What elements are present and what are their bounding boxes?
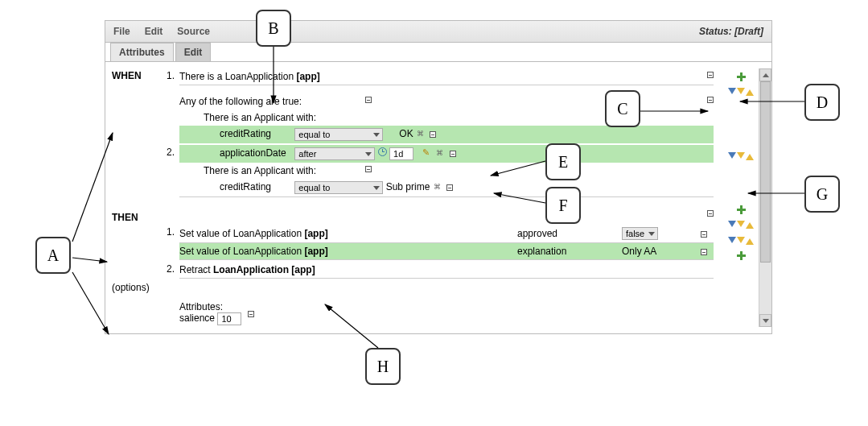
delete-icon[interactable] [450,151,456,157]
salience-row[interactable]: salience 10 [179,312,714,325]
add-action-icon[interactable] [736,205,747,215]
callout-D: D [804,84,840,121]
text: Retract [179,264,213,275]
then-action-set-approved[interactable]: Set value of LoanApplication [app] appro… [179,225,714,243]
status-label: Status: [Draft] [699,26,763,37]
svg-line-1 [72,258,107,262]
operator-select[interactable]: equal to [294,128,383,141]
binding-var: [app] [296,71,319,82]
then-num-2: 2. [160,262,179,275]
tab-edit[interactable]: Edit [175,43,212,62]
delete-icon[interactable] [248,311,254,317]
duration-input[interactable]: 1d [389,147,413,160]
scroll-track[interactable] [759,81,771,314]
move-controls [728,150,754,163]
pencil-icon[interactable] [422,149,432,159]
move-down-alt-icon[interactable] [737,152,745,163]
when-num-2: 2. [160,145,179,158]
when-label: WHEN [112,68,160,81]
scrollbar[interactable] [759,68,771,327]
add-condition-icon[interactable] [736,72,747,82]
delete-icon[interactable] [446,184,453,191]
callout-E: E [545,143,581,180]
field-label: salience [179,312,215,324]
move-down-alt-icon[interactable] [737,88,745,98]
delete-icon[interactable] [707,72,714,78]
move-down-icon[interactable] [728,88,736,98]
delete-icon[interactable] [701,231,707,238]
value-text: Sub prime [386,181,430,192]
move-down-icon[interactable] [728,152,736,163]
delete-icon[interactable] [707,210,714,217]
menu-edit[interactable]: Edit [145,26,163,37]
rule-editor: File Edit Source Status: [Draft] Attribu… [105,20,772,334]
value-select[interactable]: false [622,227,658,240]
callout-B: B [256,10,291,47]
applicant-2-header[interactable]: There is an Applicant with: [179,163,714,179]
salience-input[interactable]: 10 [217,312,241,325]
move-down-icon[interactable] [728,221,736,231]
credit-rating-row-1[interactable]: creditRating equal to OK [179,126,714,143]
text: There is a LoanApplication [179,71,296,82]
move-up-icon[interactable] [746,234,754,245]
delete-icon[interactable] [430,131,436,138]
move-down-icon[interactable] [728,237,736,247]
link-icon[interactable] [417,130,426,139]
delete-icon[interactable] [701,249,707,255]
delete-icon[interactable] [707,97,714,103]
text: Set value of LoanApplication [179,228,304,239]
clock-icon[interactable] [378,147,387,156]
callout-A: A [35,237,71,274]
credit-rating-row-2[interactable]: creditRating equal to Sub prime [179,179,714,197]
text: There is an Applicant with: [204,112,316,123]
move-up-icon[interactable] [746,85,754,96]
delete-icon[interactable] [365,97,372,103]
options-label: (options) [112,280,160,293]
scroll-up-button[interactable] [759,68,771,81]
then-action-set-explanation[interactable]: Set value of LoanApplication [app] expla… [179,243,714,260]
delete-icon[interactable] [365,166,372,172]
field-name: explanation [517,246,622,257]
field-label: creditRating [220,181,292,192]
text: There is an Applicant with: [204,165,316,176]
when-num-1: 1. [160,68,179,81]
move-down-alt-icon[interactable] [737,221,745,231]
move-controls [728,218,754,231]
tab-attributes[interactable]: Attributes [110,43,174,62]
menu-file[interactable]: File [113,26,130,37]
value-text: OK [399,128,413,139]
link-icon[interactable] [436,149,446,159]
tab-bar: Attributes Edit [105,42,771,61]
operator-select[interactable]: equal to [294,181,383,194]
add-option-icon[interactable] [736,250,747,261]
callout-G: G [804,176,840,213]
binding-var: [app] [304,246,327,257]
scroll-down-button[interactable] [759,314,771,327]
text: Set value of LoanApplication [179,246,304,257]
side-controls [723,68,759,327]
callout-H: H [365,348,401,385]
application-date-row[interactable]: applicationDate after 1d [179,145,714,163]
move-controls [728,85,754,98]
callout-F: F [545,187,581,224]
move-up-icon[interactable] [746,218,754,229]
move-down-alt-icon[interactable] [737,237,745,247]
binding-var: [app] [304,228,327,239]
attributes-heading: Attributes: [179,301,714,312]
operator-select[interactable]: after [294,147,375,160]
then-label: THEN [112,210,160,223]
field-name: approved [517,228,622,239]
workspace: WHEN 1. There is a LoanApplication [app]… [105,61,771,333]
text: Any of the following are true: [179,96,302,107]
menu-source[interactable]: Source [177,26,210,37]
move-up-icon[interactable] [746,150,754,160]
then-num-1: 1. [160,225,179,238]
then-action-retract[interactable]: Retract LoanApplication [app] [179,262,714,279]
scroll-thumb[interactable] [760,81,771,263]
binding-var: LoanApplication [app] [213,264,315,275]
field-label: creditRating [220,128,292,139]
link-icon[interactable] [434,183,443,192]
move-controls [728,234,754,247]
svg-line-2 [72,272,109,334]
when-condition-1[interactable]: There is a LoanApplication [app] [179,68,714,85]
